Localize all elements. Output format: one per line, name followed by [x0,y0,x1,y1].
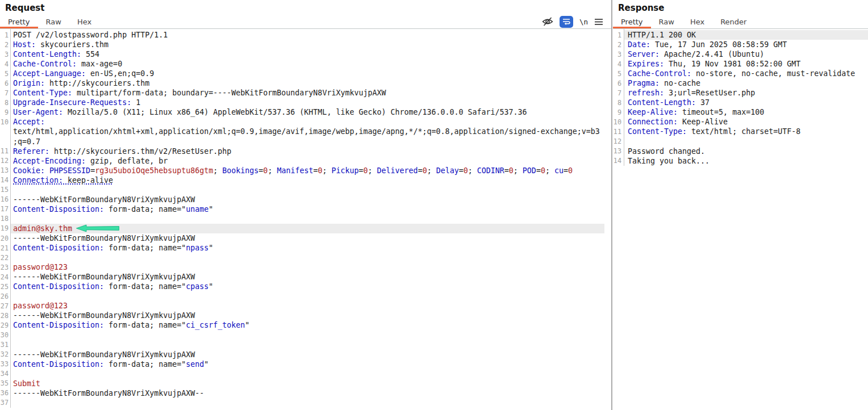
tab-pretty[interactable]: Pretty [613,15,651,28]
line-number: 12 [0,156,10,166]
code-line: 10Accept: [0,117,604,127]
line-number: 13 [0,166,10,175]
line-text: Content-Disposition: form-data; name="un… [13,205,213,214]
line-number: 9 [613,107,624,117]
code-line: 5Cache-Control: no-store, no-cache, must… [613,69,868,78]
tab-hex[interactable]: Hex [682,15,712,28]
code-line: 12Accept-Encoding: gzip, deflate, br [0,156,604,166]
line-number: 35 [0,379,10,388]
code-line: 6Origin: http://skycouriers.thm [0,78,604,88]
line-number: 26 [0,291,10,301]
line-text: ------WebKitFormBoundaryN8VriXymkvujpAXW… [13,389,204,398]
line-text: ------WebKitFormBoundaryN8VriXymkvujpAXW [13,273,195,281]
line-number: 1 [0,30,10,40]
tab-pretty[interactable]: Pretty [0,15,38,28]
code-line: 37 [0,398,604,408]
line-number: 8 [0,98,10,107]
eye-off-icon[interactable] [542,16,553,27]
line-number: 37 [0,398,10,408]
line-text: password@123 [13,302,68,310]
code-line: 6Pragma: no-cache [613,78,868,88]
line-number: 16 [0,195,10,204]
line-number: 21 [0,243,10,253]
tab-render[interactable]: Render [712,15,754,28]
tab-hex[interactable]: Hex [69,15,99,28]
code-line: 23password@123 [0,262,604,272]
line-text: Submit [13,379,40,388]
line-number: 15 [0,185,10,195]
line-number: 32 [0,350,10,359]
line-text: Cache-Control: no-store, no-cache, must-… [628,69,855,78]
line-number: 30 [0,330,10,340]
code-line: 1POST /v2/lostpassword.php HTTP/1.1 [0,30,604,40]
line-number: 7 [613,88,624,98]
newline-toggle-icon[interactable]: \n [579,18,588,26]
panel-splitter[interactable] [611,0,612,410]
code-line: 20------WebKitFormBoundaryN8VriXymkvujpA… [0,233,604,243]
response-tabbar: PrettyRawHexRender [613,15,868,29]
code-line: 18 [0,214,604,224]
line-text: HTTP/1.1 200 OK [628,31,696,39]
line-number: 11 [613,127,624,136]
code-line: 14Taking you back... [613,156,868,166]
gutter-divider [624,29,624,166]
line-number: 18 [0,214,10,224]
response-editor[interactable]: 1HTTP/1.1 200 OK2Date: Tue, 17 Jun 2025 … [613,29,868,166]
code-line: 21Content-Disposition: form-data; name="… [0,243,604,253]
code-line: 12 [613,137,868,147]
line-number: 20 [0,233,10,243]
line-text: User-Agent: Mozilla/5.0 (X11; Linux x86_… [13,108,527,116]
code-line: 3Content-Length: 554 [0,49,604,59]
line-number: 25 [0,282,10,291]
line-text: refresh: 3;url=ResetUser.php [628,89,755,97]
request-panel: Request PrettyRawHex \n [0,0,611,410]
line-number: 2 [613,40,624,49]
code-line: 16------WebKitFormBoundaryN8VriXymkvujpA… [0,195,604,204]
line-text: Upgrade-Insecure-Requests: 1 [13,98,140,107]
line-number: 5 [0,69,10,78]
code-line: 2Date: Tue, 17 Jun 2025 08:58:59 GMT [613,40,868,49]
line-number: 1 [613,30,624,40]
line-number: 27 [0,301,10,311]
menu-icon[interactable] [594,18,603,26]
line-number: 6 [0,78,10,88]
line-text: text/html,application/xhtml+xml,applicat… [13,127,600,136]
code-line: 13Cookie: PHPSESSID=rg3u5uboiOqe5hebsupt… [0,166,604,175]
code-line: 3Server: Apache/2.4.41 (Ubuntu) [613,49,868,59]
code-line: 4Cache-Control: max-age=0 [0,59,604,69]
code-line: 31 [0,340,604,350]
line-text: Content-Disposition: form-data; name="ci… [13,321,249,329]
tab-raw[interactable]: Raw [38,15,69,28]
code-line: 8Upgrade-Insecure-Requests: 1 [0,98,604,107]
line-text: Content-Disposition: form-data; name="np… [13,244,213,252]
line-number: 10 [0,117,10,127]
annotation-arrow-icon [76,224,119,232]
line-text: Keep-Alive: timeout=5, max=100 [628,108,764,116]
code-line: 28------WebKitFormBoundaryN8VriXymkvujpA… [0,311,604,320]
line-number: 28 [0,311,10,320]
line-number: 4 [613,59,624,69]
code-line: 24------WebKitFormBoundaryN8VriXymkvujpA… [0,272,604,282]
tab-raw[interactable]: Raw [651,15,682,28]
line-number: 3 [0,49,10,59]
line-number: 14 [0,175,10,185]
gutter-divider [10,29,11,408]
line-number: 8 [613,98,624,107]
line-number: 9 [0,107,10,117]
line-text: Content-Disposition: form-data; name="se… [13,360,208,369]
code-line: 9Keep-Alive: timeout=5, max=100 [613,107,868,117]
line-number: 22 [0,253,10,262]
line-text: ------WebKitFormBoundaryN8VriXymkvujpAXW [13,234,195,242]
line-text: admin@sky.thm [13,224,72,233]
request-editor[interactable]: 1POST /v2/lostpassword.php HTTP/1.12Host… [0,29,604,408]
word-wrap-toggle-button[interactable] [560,16,573,28]
line-number: 13 [613,147,624,156]
line-text: Taking you back... [628,157,710,165]
code-line: 9User-Agent: Mozilla/5.0 (X11; Linux x86… [0,107,604,117]
request-title: Request [0,0,611,15]
code-line: 7refresh: 3;url=ResetUser.php [613,88,868,98]
code-line: 2Host: skycouriers.thm [0,40,604,49]
line-number: 14 [613,156,624,166]
code-line: 8Content-Length: 37 [613,98,868,107]
request-tabbar: PrettyRawHex \n [0,15,611,29]
